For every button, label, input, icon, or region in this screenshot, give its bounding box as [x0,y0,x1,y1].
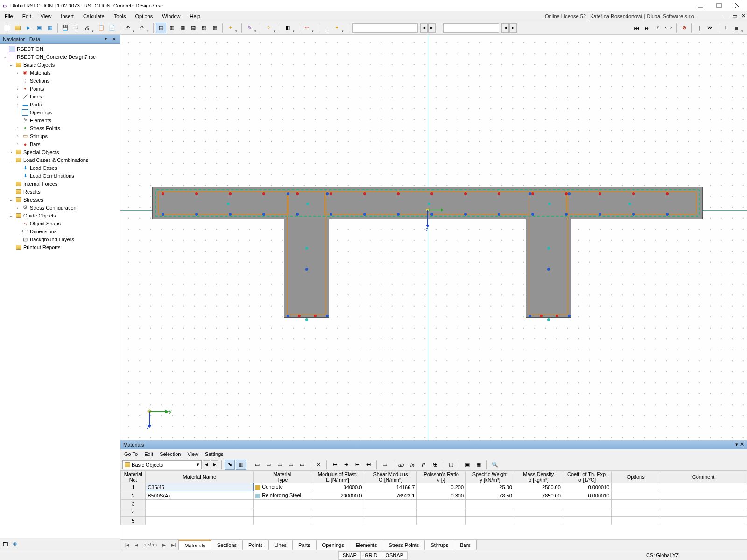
menu-view[interactable]: View [36,14,56,19]
tree-item-parts[interactable]: ›▬Parts [0,100,120,108]
menu-insert[interactable]: Insert [56,14,78,19]
tree-item-stress-points[interactable]: ›●Stress Points [0,124,120,132]
col-header[interactable]: Shear Modulus G [N/mm²] [364,471,417,483]
bars1-icon[interactable]: ⫴ [720,23,731,33]
t1-icon[interactable]: ▭ [252,460,262,470]
menu-calculate[interactable]: Calculate [78,14,109,19]
tree-background-layers[interactable]: ▧Background Layers [0,235,120,243]
tree-item-openings[interactable]: Openings [0,108,120,116]
tree-item-materials[interactable]: ›◉Materials [0,69,120,77]
grid-button[interactable]: GRID [360,551,382,560]
tree-item-stirrups[interactable]: ›▭Stirrups [0,132,120,140]
fx2-icon[interactable]: fx [407,460,417,470]
pager-last-button[interactable]: ▶| [169,543,178,547]
star-icon[interactable]: ✦ [225,23,235,33]
menu-options[interactable]: Options [130,14,157,19]
materials-close-icon[interactable]: ✕ [740,441,744,448]
materials-pin-icon[interactable]: ▾ [735,441,738,448]
open-icon[interactable] [13,23,23,33]
tree-item-points[interactable]: ›●Points [0,84,120,92]
tab-points[interactable]: Points [242,540,269,550]
tree-load-cases[interactable]: ⬇Load Cases [0,164,120,172]
extra1-icon[interactable]: ⟊ [694,23,705,33]
pager-next-button[interactable]: ▶ [160,543,169,547]
col-header[interactable]: Material Name [146,471,254,483]
remove-icon[interactable]: ⊘ [679,23,689,33]
print-icon[interactable]: 🖨 [82,23,92,33]
tab-elements[interactable]: Elements [350,540,383,550]
tree-printout-reports[interactable]: Printout Reports [0,243,120,251]
a1-icon[interactable]: ↦ [330,460,340,470]
view5-icon[interactable]: ▨ [199,23,209,33]
col-header[interactable]: MaterialNo. [121,471,146,483]
drawing-canvas[interactable]: z y z [120,35,747,440]
menu-edit[interactable]: Edit [18,14,36,19]
pager-prev-button[interactable]: ◀ [132,543,141,547]
select-mode-icon[interactable]: ⬊ [225,460,235,470]
pencil-icon[interactable]: ✏ [302,23,312,33]
combo-prev-button[interactable]: ◀ [203,460,210,469]
search-icon[interactable]: 🔍 [490,460,500,470]
view4-icon[interactable]: ▧ [188,23,198,33]
redo-icon[interactable]: ↷ [137,23,147,33]
table-row[interactable]: 3 [121,500,747,508]
table-row[interactable]: 1C35/45Concrete34000.014166.70.20025.002… [121,483,747,491]
tab-stirrups[interactable]: Stirrups [424,540,454,550]
copy-icon[interactable]: 📋 [96,23,106,33]
box-icon[interactable]: ◧ [282,23,293,33]
tab-sections[interactable]: Sections [211,540,243,550]
minimize-button[interactable] [691,0,710,11]
tree-root[interactable]: RSECTION [0,45,120,53]
view1-icon[interactable]: ▤ [156,23,166,33]
category-combo[interactable]: Basic Objects ▾ [122,460,202,469]
maximize-button[interactable] [710,0,728,11]
skip-last-icon[interactable]: ⏭ [642,23,652,33]
tree-load-combinations[interactable]: ⬇Load Combinations [0,172,120,180]
a3-icon[interactable]: ⇤ [352,460,362,470]
delete-icon[interactable]: ✕ [313,460,324,470]
b1-icon[interactable]: ▭ [380,460,390,470]
fx1-icon[interactable]: ab [396,460,406,470]
materials-table[interactable]: MaterialNo.Material NameMaterialTypeModu… [120,471,747,525]
osnap-button[interactable]: OSNAP [381,551,408,560]
menu-file[interactable]: File [0,14,18,19]
loadcase-combo[interactable] [352,23,418,33]
dim-icon[interactable]: ⟷ [663,23,674,33]
tab-materials[interactable]: Materials [178,540,211,550]
tree-load-cases-combinations[interactable]: ⌄Load Cases & Combinations [0,156,120,164]
menu-window[interactable]: Window [157,14,185,19]
tree-item-sections[interactable]: ⫶Sections [0,77,120,84]
play-icon[interactable]: ▶ [23,23,34,33]
tree-stress-configuration[interactable]: ›⚙Stress Configuration [0,203,120,211]
highlight-icon[interactable]: ✦ [331,23,342,33]
col-header[interactable]: Comment [660,471,747,483]
col-header[interactable]: Specific Weight γ [kN/m³] [466,471,514,483]
nav-footer-icon1[interactable]: 🗔 [3,541,8,547]
col-header[interactable]: Options [612,471,660,483]
tab-stress-points[interactable]: Stress Points [383,540,425,550]
view6-icon[interactable]: ▩ [210,23,220,33]
columns-icon[interactable]: ⫼ [321,23,331,33]
pager-first-button[interactable]: |◀ [122,543,132,547]
tree-guide-objects[interactable]: ⌄Guide Objects [0,211,120,219]
menu-tools[interactable]: Tools [109,14,131,19]
mdi-restore-icon[interactable]: ▭ [731,13,739,20]
col-header[interactable]: MaterialType [254,471,311,483]
table-row[interactable]: 5 [121,517,747,525]
tab-parts[interactable]: Parts [292,540,317,550]
t3-icon[interactable]: ▭ [275,460,285,470]
prev-res-button[interactable]: ◀ [501,23,509,33]
col-header[interactable]: Mass Density ρ [kg/m³] [514,471,563,483]
combo-next-button[interactable]: ▶ [211,460,218,469]
new-icon[interactable] [2,23,12,33]
t2-icon[interactable]: ▭ [263,460,274,470]
bp-menu-settings[interactable]: Settings [205,451,224,457]
result-combo[interactable] [443,23,499,33]
bounds-icon[interactable]: ⟟ [653,23,663,33]
next-res-button[interactable]: ▶ [509,23,517,33]
tree-object-snaps[interactable]: ∩Object Snaps [0,219,120,227]
wand-icon[interactable]: ✎ [244,23,254,33]
tree-internal-forces[interactable]: Internal Forces [0,180,120,188]
tree-results[interactable]: Results [0,188,120,196]
panel-close-icon[interactable]: ✕ [111,36,117,42]
